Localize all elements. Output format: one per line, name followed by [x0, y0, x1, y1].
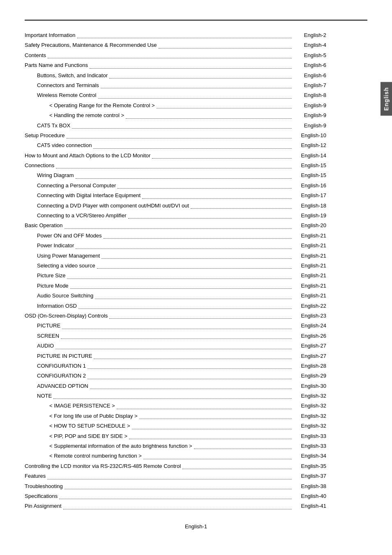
toc-dots — [126, 118, 292, 119]
toc-page: English-34 — [293, 451, 326, 461]
toc-label: < Handling the remote control > — [49, 111, 124, 120]
toc-dots — [48, 58, 292, 58]
table-of-contents: Important InformationEnglish-2Safety Pre… — [25, 30, 367, 511]
toc-page: English-38 — [293, 481, 326, 491]
toc-dots — [55, 349, 292, 349]
footer-label: English-1 — [25, 523, 367, 530]
toc-label: < IMAGE PERSISTENCE > — [49, 401, 115, 410]
toc-row: PICTUREEnglish-24 — [25, 321, 367, 330]
toc-row: ConnectionsEnglish-15 — [25, 161, 367, 170]
toc-dots — [142, 198, 292, 199]
toc-page: English-40 — [293, 491, 326, 501]
toc-row: Connecting a DVD Player with component o… — [25, 201, 367, 210]
toc-page: English-24 — [293, 321, 326, 330]
toc-dots — [139, 419, 292, 419]
toc-label: Selecting a video source — [37, 261, 95, 270]
toc-dots — [143, 459, 292, 459]
toc-page: English-20 — [293, 221, 326, 230]
toc-page: English-9 — [293, 111, 326, 120]
toc-row: Important InformationEnglish-2 — [25, 30, 367, 40]
toc-row: Parts Name and FunctionsEnglish-6 — [25, 60, 367, 70]
toc-page: English-21 — [293, 251, 326, 260]
toc-label: SCREEN — [37, 331, 59, 341]
toc-page: English-32 — [293, 391, 326, 401]
toc-page: English-27 — [293, 341, 326, 350]
toc-dots — [109, 318, 292, 319]
toc-dots — [118, 188, 292, 189]
toc-label: PICTURE IN PICTURE — [37, 351, 92, 361]
toc-page: English-15 — [293, 170, 326, 180]
toc-page: English-2 — [293, 30, 326, 40]
toc-page: English-32 — [293, 401, 326, 410]
toc-dots — [88, 368, 292, 369]
toc-row: Connecting with Digital Interface Equipm… — [25, 191, 367, 200]
toc-row: Using Power ManagementEnglish-21 — [25, 251, 367, 260]
toc-label: Audio Source Switching — [37, 291, 93, 300]
toc-page: English-32 — [293, 421, 326, 431]
toc-dots — [101, 88, 292, 88]
toc-dots — [98, 98, 292, 99]
toc-row: NOTEEnglish-32 — [25, 391, 367, 401]
toc-row: Controlling the LCD monitor via RS-232C/… — [25, 461, 367, 471]
toc-label: < PIP, POP and SIDE BY SIDE > — [49, 431, 127, 441]
toc-row: Power ON and OFF ModesEnglish-21 — [25, 231, 367, 240]
toc-dots — [109, 78, 292, 78]
toc-page: English-30 — [293, 381, 326, 391]
toc-label: Using Power Management — [37, 251, 100, 260]
toc-label: < Supplemental information of the auto b… — [49, 441, 192, 451]
toc-page: English-10 — [293, 131, 326, 140]
toc-label: OSD (On-Screen-Display) Controls — [25, 311, 108, 320]
toc-label: Setup Procedure — [25, 131, 65, 140]
toc-dots — [117, 409, 292, 409]
toc-page: English-19 — [293, 211, 326, 220]
toc-page: English-21 — [293, 281, 326, 290]
toc-label: Connectors and Terminals — [37, 81, 99, 90]
toc-label: Features — [25, 471, 46, 481]
toc-label: < For long life use of Public Display > — [49, 411, 138, 421]
toc-label: Important Information — [25, 30, 76, 40]
toc-label: Parts Name and Functions — [25, 60, 88, 70]
toc-label: Connecting a Personal Computer — [37, 181, 116, 190]
toc-page: English-12 — [293, 140, 326, 150]
toc-row: Connectors and TerminalsEnglish-7 — [25, 81, 367, 90]
toc-page: English-16 — [293, 181, 326, 190]
toc-label: < HOW TO SETUP SCHEDULE > — [49, 421, 130, 431]
toc-page: English-41 — [293, 501, 326, 511]
toc-row: CONFIGURATION 1English-28 — [25, 361, 367, 371]
toc-dots — [157, 108, 292, 108]
toc-label: CONFIGURATION 2 — [37, 371, 86, 380]
toc-page: English-17 — [293, 191, 326, 200]
toc-label: Troubleshooting — [25, 481, 63, 491]
toc-dots — [63, 509, 292, 509]
toc-page: English-37 — [293, 471, 326, 481]
toc-row: SpecificationsEnglish-40 — [25, 491, 367, 501]
toc-dots — [70, 288, 292, 289]
toc-page: English-35 — [293, 461, 326, 471]
toc-page: English-6 — [293, 71, 326, 80]
toc-dots — [182, 469, 292, 469]
toc-page: English-8 — [293, 90, 326, 100]
toc-row: < Remote control numbering function >Eng… — [25, 451, 367, 461]
toc-dots — [59, 499, 292, 499]
toc-label: < Operating Range for the Remote Control… — [49, 101, 155, 110]
toc-label: Connecting to a VCR/Stereo Amplifier — [37, 211, 127, 220]
toc-dots — [88, 379, 292, 379]
toc-dots — [94, 359, 292, 359]
toc-dots — [67, 279, 292, 279]
toc-dots — [101, 258, 292, 259]
toc-row: Power IndicatorEnglish-21 — [25, 241, 367, 250]
toc-row: Basic OperationEnglish-20 — [25, 221, 367, 230]
toc-dots — [65, 228, 292, 229]
toc-page: English-7 — [293, 81, 326, 90]
toc-row: Buttons, Switch, and IndicatorEnglish-6 — [25, 71, 367, 80]
toc-row: Connecting a Personal ComputerEnglish-16 — [25, 181, 367, 190]
toc-page: English-4 — [293, 40, 326, 50]
toc-page: English-22 — [293, 301, 326, 311]
toc-row: ADVANCED OPTIONEnglish-30 — [25, 381, 367, 391]
page-container: Important InformationEnglish-2Safety Pre… — [0, 0, 392, 554]
toc-label: Controlling the LCD monitor via RS-232C/… — [25, 461, 181, 471]
toc-row: Picture ModeEnglish-21 — [25, 281, 367, 290]
toc-row: Safety Precautions, Maintenance & Recomm… — [25, 40, 367, 50]
toc-row: < Operating Range for the Remote Control… — [25, 101, 367, 110]
toc-row: AUDIOEnglish-27 — [25, 341, 367, 350]
